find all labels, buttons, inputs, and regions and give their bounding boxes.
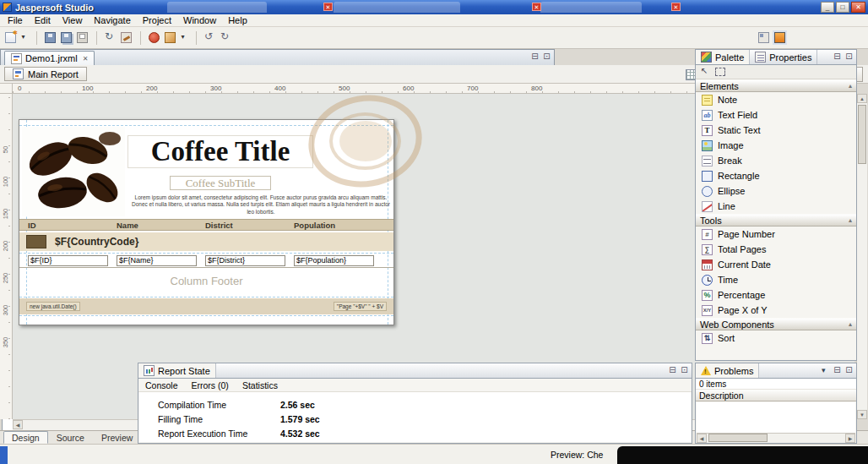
- view-tab[interactable]: Properties: [750, 50, 817, 64]
- palette-section-header[interactable]: Web Components: [696, 318, 856, 330]
- palette-item[interactable]: Ellipse: [696, 183, 856, 199]
- column-header-cell[interactable]: Population: [294, 221, 374, 230]
- palette-item[interactable]: Page Number: [696, 227, 856, 242]
- toolbar-button[interactable]: [773, 30, 787, 46]
- report-title-element[interactable]: Coffee Title: [127, 135, 313, 168]
- menu-item[interactable]: File: [2, 14, 29, 27]
- view-tab[interactable]: Problems: [696, 363, 759, 378]
- coffee-beans-image[interactable]: [22, 127, 125, 216]
- editor-mode-tab[interactable]: Source: [48, 431, 93, 444]
- toolbar-button[interactable]: [757, 30, 771, 46]
- detail-band[interactable]: $F{ID} $F{Name} $F{District} $F{Populati…: [19, 254, 393, 268]
- editor-mode-tab[interactable]: Design: [3, 431, 48, 444]
- column-header-cell[interactable]: District: [205, 221, 285, 230]
- report-subtitle-element[interactable]: Coffee SubTitle: [170, 176, 271, 190]
- scrollbar-thumb[interactable]: [708, 434, 768, 442]
- maximize-view-icon[interactable]: [844, 52, 854, 63]
- column-header-cell[interactable]: Name: [117, 221, 197, 230]
- view-tab[interactable]: Report State: [138, 363, 216, 378]
- view-menu-icon[interactable]: [820, 365, 831, 376]
- scroll-left-icon[interactable]: [13, 420, 23, 429]
- menu-item[interactable]: Project: [137, 14, 177, 27]
- toolbar-button[interactable]: [163, 30, 177, 46]
- detail-field[interactable]: $F{District}: [205, 255, 285, 266]
- main-report-button[interactable]: Main Report: [4, 67, 87, 81]
- collapse-section-icon[interactable]: [849, 320, 852, 328]
- toolbar-button[interactable]: [179, 30, 189, 46]
- menu-item[interactable]: Navigate: [88, 14, 136, 27]
- minimize-window-icon[interactable]: [821, 2, 834, 13]
- palette-item[interactable]: Note: [696, 92, 856, 107]
- maximize-view-icon[interactable]: [541, 52, 552, 63]
- palette-item[interactable]: Text Field: [696, 107, 856, 123]
- report-state-tab[interactable]: Errors (0): [192, 380, 229, 390]
- view-tab[interactable]: Palette: [696, 50, 750, 64]
- column-footer-element[interactable]: Column Footer: [19, 275, 393, 287]
- toolbar-button[interactable]: [219, 30, 233, 46]
- menu-item[interactable]: Help: [222, 14, 253, 27]
- close-tab-icon[interactable]: [83, 55, 89, 63]
- column-header-cell[interactable]: ID: [28, 221, 108, 230]
- maximize-view-icon[interactable]: [844, 365, 854, 376]
- toolbar-button[interactable]: [147, 30, 161, 46]
- group-header-band[interactable]: $F{CountryCode}: [19, 232, 393, 251]
- select-arrow-icon[interactable]: [700, 67, 711, 78]
- palette-item[interactable]: Time: [696, 272, 856, 287]
- palette-item[interactable]: Image: [696, 138, 856, 153]
- palette-section-header[interactable]: Elements: [696, 79, 856, 92]
- report-state-tab[interactable]: Statistics: [242, 380, 278, 390]
- toolbar-button[interactable]: [191, 30, 201, 46]
- close-window-icon[interactable]: [851, 2, 865, 13]
- fast-view-icon[interactable]: [0, 446, 8, 464]
- detail-field[interactable]: $F{Name}: [117, 255, 197, 266]
- page-footer-page-field[interactable]: "Page "+$V" " + $V: [334, 302, 387, 311]
- editor-tab[interactable]: Demo1.jrxml: [4, 51, 95, 65]
- column-header-band[interactable]: ID Name District Population: [19, 219, 393, 231]
- marquee-icon[interactable]: [715, 68, 725, 76]
- collapse-section-icon[interactable]: [849, 216, 852, 224]
- minimize-view-icon[interactable]: [529, 52, 540, 63]
- palette-item[interactable]: Line: [696, 199, 856, 214]
- editor-mode-tab[interactable]: Preview: [93, 431, 141, 444]
- group-expression[interactable]: $F{CountryCode}: [55, 236, 138, 248]
- maximize-window-icon[interactable]: [836, 2, 849, 13]
- scroll-right-icon[interactable]: [845, 434, 855, 443]
- toolbar-button[interactable]: [203, 30, 217, 46]
- palette-item[interactable]: Percentage: [696, 287, 856, 303]
- toolbar-button[interactable]: [3, 30, 18, 46]
- palette-section-header[interactable]: Tools: [696, 214, 856, 227]
- detail-field[interactable]: $F{ID}: [28, 255, 108, 266]
- toolbar-button[interactable]: [119, 30, 133, 46]
- menu-item[interactable]: Edit: [29, 14, 57, 27]
- minimize-view-icon[interactable]: [832, 52, 843, 63]
- scroll-left-icon[interactable]: [697, 434, 707, 443]
- palette-item[interactable]: Sort: [696, 330, 856, 346]
- menu-item[interactable]: View: [57, 14, 89, 27]
- page-footer-band[interactable]: new java.util.Date() "Page "+$V" " + $V: [19, 298, 393, 314]
- toolbar-button[interactable]: [59, 30, 73, 46]
- problems-column-header[interactable]: Description: [696, 390, 856, 401]
- toolbar-button[interactable]: [31, 30, 41, 46]
- report-page[interactable]: Coffee Title Coffee SubTitle Lorem ipsum…: [19, 119, 394, 325]
- toolbar-button[interactable]: [19, 30, 30, 46]
- menu-item[interactable]: Window: [177, 14, 222, 27]
- palette-item[interactable]: Current Date: [696, 257, 856, 272]
- toolbar-button[interactable]: [103, 30, 117, 46]
- scroll-down-icon[interactable]: [857, 410, 867, 419]
- detail-field[interactable]: $F{Population}: [294, 255, 374, 266]
- scrollbar-horizontal[interactable]: [697, 433, 855, 443]
- toolbar-button[interactable]: [75, 30, 90, 46]
- scrollbar-thumb[interactable]: [858, 105, 866, 164]
- palette-item[interactable]: Total Pages: [696, 242, 856, 257]
- palette-item[interactable]: Static Text: [696, 123, 856, 138]
- scroll-up-icon[interactable]: [857, 94, 867, 103]
- minimize-view-icon[interactable]: [832, 365, 843, 376]
- palette-item[interactable]: Break: [696, 153, 856, 168]
- report-state-tab[interactable]: Console: [145, 380, 178, 390]
- toolbar-button[interactable]: [43, 30, 57, 46]
- minimize-view-icon[interactable]: [667, 365, 678, 376]
- palette-item[interactable]: Rectangle: [696, 168, 856, 183]
- maximize-view-icon[interactable]: [679, 365, 690, 376]
- group-color-swatch[interactable]: [26, 235, 46, 248]
- palette-item[interactable]: Page X of Y: [696, 303, 856, 318]
